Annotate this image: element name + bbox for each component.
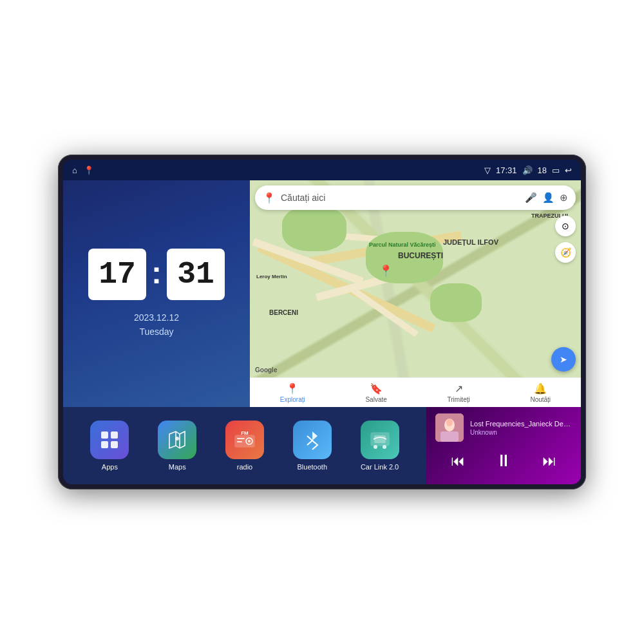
volume-level: 18: [538, 166, 547, 175]
app-item-apps[interactable]: Apps: [90, 421, 129, 471]
music-details: Lost Frequencies_Janieck Devy-... Unknow…: [470, 420, 572, 436]
svg-rect-23: [440, 431, 459, 442]
svg-point-19: [383, 445, 386, 449]
clock-panel: 17 : 31 2023.12.12 Tuesday: [63, 180, 250, 407]
account-icon[interactable]: 👤: [542, 192, 554, 204]
apps-label: Apps: [102, 463, 118, 471]
next-button[interactable]: ⏭: [537, 450, 562, 472]
map-nav-explore[interactable]: 📍 Explorați: [280, 383, 305, 403]
svg-point-22: [446, 419, 453, 426]
bottom-section: Apps Maps: [63, 407, 581, 484]
battery-icon: ▭: [552, 166, 560, 175]
clock-display: 17 : 31: [88, 249, 225, 300]
bluetooth-icon: [293, 421, 332, 459]
music-player: Lost Frequencies_Janieck Devy-... Unknow…: [426, 407, 581, 484]
map-label-ilfov: JUDEȚUL ILFOV: [443, 238, 498, 246]
status-bar: ⌂ 📍 ▽ 17:31 🔊 18 ▭ ↩: [63, 160, 581, 180]
maps-icon: [158, 421, 196, 459]
svg-rect-3: [111, 441, 118, 448]
clock-minute: 31: [167, 249, 225, 300]
screen: ⌂ 📍 ▽ 17:31 🔊 18 ▭ ↩ 17 :: [63, 160, 581, 484]
map-label-bucuresti: BUCUREȘTI: [398, 251, 443, 260]
radio-icon: FM: [225, 421, 264, 459]
map-label-leroy: Leroy Merlin: [256, 274, 287, 279]
apps-icon: [90, 421, 129, 459]
clock-colon: :: [151, 255, 162, 290]
svg-point-10: [248, 440, 251, 442]
svg-point-18: [374, 445, 377, 449]
svg-rect-11: [237, 438, 245, 439]
app-item-maps[interactable]: Maps: [158, 421, 196, 471]
music-thumbnail: [435, 413, 464, 442]
explore-icon: 📍: [286, 383, 299, 395]
signal-icon: ▽: [484, 166, 491, 175]
music-artist: Unknown: [470, 429, 572, 436]
layers-icon[interactable]: ⊕: [560, 192, 568, 204]
status-left: ⌂ 📍: [72, 166, 94, 175]
top-section: 17 : 31 2023.12.12 Tuesday: [63, 180, 581, 407]
bluetooth-label: Bluetooth: [298, 463, 327, 471]
map-search-bar[interactable]: 📍 Căutați aici 🎤 👤 ⊕: [255, 185, 576, 210]
home-icon[interactable]: ⌂: [72, 166, 77, 175]
svg-point-7: [175, 437, 179, 440]
app-item-carlink[interactable]: Car Link 2.0: [361, 421, 399, 471]
share-icon: ↗: [455, 383, 463, 395]
carlink-icon: [361, 421, 399, 459]
svg-rect-2: [101, 441, 108, 448]
maps-status-icon[interactable]: 📍: [84, 166, 94, 175]
music-controls: ⏮ ⏸ ⏭: [435, 448, 572, 473]
music-title: Lost Frequencies_Janieck Devy-...: [470, 420, 572, 428]
navigation-button[interactable]: ➤: [551, 347, 576, 372]
radio-label: radio: [237, 463, 252, 471]
svg-line-14: [307, 436, 312, 440]
music-info: Lost Frequencies_Janieck Devy-... Unknow…: [435, 413, 572, 442]
map-pin-1: 📍: [379, 264, 393, 278]
volume-icon: 🔊: [522, 166, 533, 175]
status-time: 17:31: [496, 166, 517, 175]
google-logo: Google: [255, 366, 277, 374]
main-content: 17 : 31 2023.12.12 Tuesday: [63, 180, 581, 484]
map-nav-share[interactable]: ↗ Trimiteți: [448, 383, 470, 403]
green-area: [282, 206, 346, 251]
app-item-bluetooth[interactable]: Bluetooth: [293, 421, 332, 471]
compass-button[interactable]: 🧭: [555, 242, 576, 263]
back-icon[interactable]: ↩: [565, 166, 572, 175]
maps-pin-icon: 📍: [263, 192, 276, 204]
map-label-berceni: BERCENI: [269, 309, 298, 316]
app-item-radio[interactable]: FM radio: [225, 421, 264, 471]
apps-section: Apps Maps: [63, 407, 426, 484]
map-label-parc: Parcul Natural Văcărești: [369, 242, 436, 248]
map-nav-saved[interactable]: 🔖 Salvate: [365, 383, 386, 403]
clock-hour: 17: [88, 249, 146, 300]
device-frame: ⌂ 📍 ▽ 17:31 🔊 18 ▭ ↩ 17 :: [58, 155, 586, 489]
svg-text:FM: FM: [241, 430, 249, 436]
map-bottom-nav: 📍 Explorați 🔖 Salvate ↗ Trimiteți 🔔: [250, 377, 581, 407]
svg-rect-1: [111, 431, 118, 439]
clock-date: 2023.12.12 Tuesday: [134, 310, 179, 339]
play-pause-button[interactable]: ⏸: [490, 448, 517, 473]
mic-icon[interactable]: 🎤: [525, 192, 537, 204]
share-label: Trimiteți: [448, 396, 470, 403]
svg-rect-17: [374, 435, 386, 443]
svg-rect-0: [101, 431, 108, 439]
maps-label: Maps: [169, 463, 186, 471]
saved-label: Salvate: [365, 396, 386, 403]
map-nav-news[interactable]: 🔔 Noutăți: [530, 383, 551, 403]
svg-rect-12: [237, 441, 242, 442]
green-area: [430, 283, 482, 322]
location-button[interactable]: ⊙: [555, 216, 576, 236]
svg-line-15: [307, 440, 312, 445]
news-icon: 🔔: [534, 383, 547, 395]
explore-label: Explorați: [280, 396, 305, 403]
map-search-text: Căutați aici: [281, 193, 520, 203]
status-right: ▽ 17:31 🔊 18 ▭ ↩: [484, 166, 572, 175]
news-label: Noutăți: [530, 396, 551, 403]
map-search-actions: 🎤 👤 ⊕: [525, 192, 568, 204]
prev-button[interactable]: ⏮: [446, 450, 470, 472]
carlink-label: Car Link 2.0: [361, 463, 399, 471]
saved-icon: 🔖: [370, 383, 383, 395]
map-panel[interactable]: BUCUREȘTI JUDEȚUL ILFOV BERCENI Parcul N…: [250, 180, 581, 407]
